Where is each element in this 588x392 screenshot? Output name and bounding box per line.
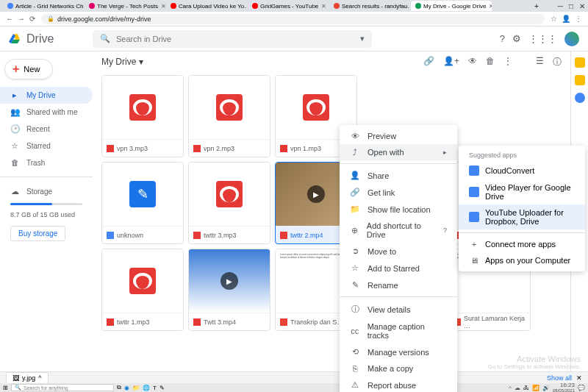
menu-item[interactable]: ⎘Make a copy — [340, 360, 457, 377]
menu-icon: 👁 — [350, 132, 360, 140]
tab-close-icon[interactable]: ✕ — [321, 3, 326, 10]
trash-icon[interactable]: 🗑 — [486, 56, 495, 68]
edge-icon[interactable]: ◉ — [124, 385, 129, 391]
sidebar-item[interactable]: 👥Shared with me — [0, 104, 93, 121]
sidebar-item[interactable]: 🕑Recent — [0, 121, 93, 138]
explorer-icon[interactable]: 📁 — [132, 385, 140, 391]
menu-item[interactable]: ⚠Report abuse — [340, 377, 457, 392]
settings-icon[interactable]: ⚙ — [512, 33, 521, 44]
start-button[interactable]: ⊞ — [3, 385, 8, 391]
tray-network-icon[interactable]: 🖧 — [523, 385, 529, 391]
sidebar-storage[interactable]: ☁ Storage — [0, 183, 93, 200]
browser-tab[interactable]: My Drive - Google Drive✕ — [411, 1, 492, 11]
share-icon[interactable]: 🔗 — [423, 56, 434, 68]
tray-chevron-icon[interactable]: ^ — [509, 385, 512, 391]
drive-app-name: Drive — [26, 32, 54, 46]
menu-item[interactable]: ➲Move to — [340, 243, 457, 260]
info-icon[interactable]: ⓘ — [553, 56, 562, 68]
search-options-icon[interactable]: ▾ — [360, 34, 365, 43]
tab-favicon — [334, 3, 340, 9]
menu-item[interactable]: ✎Rename — [340, 277, 457, 293]
browser-tab[interactable]: Article - Grid Networks Ch…✕ — [3, 1, 84, 11]
search-bar[interactable]: 🔍 ▾ — [93, 30, 372, 48]
profile-icon[interactable]: 👤 — [562, 15, 570, 23]
menu-item[interactable]: ⟲Manage versions — [340, 343, 457, 360]
browser-tab[interactable]: GridGames - YouTube✕ — [248, 1, 329, 11]
sidebar-item[interactable]: ☆Starred — [0, 138, 93, 154]
menu-item[interactable]: ⊕Add shortcut to Drive? — [340, 218, 457, 243]
tray-wifi-icon[interactable]: 📶 — [532, 385, 539, 391]
taskbar-search[interactable]: 🔍 Search for anything — [11, 384, 114, 391]
audio-icon — [303, 94, 329, 121]
file-type-icon — [193, 145, 201, 152]
url-field[interactable]: 🔒 drive.google.com/drive/my-drive — [41, 14, 545, 24]
file-card[interactable]: vpn 2.mp3 — [188, 75, 270, 157]
tab-close-icon[interactable]: ✕ — [161, 3, 165, 10]
close-icon[interactable]: ✕ — [576, 374, 582, 382]
file-name: twttr 1.mp3 — [117, 318, 150, 326]
browser-tab[interactable]: Search results - randyfau…✕ — [329, 1, 410, 11]
new-button[interactable]: + New — [4, 59, 53, 79]
extensions-icon[interactable]: ☆ — [551, 15, 557, 23]
submenu-app[interactable]: Video Player for Google Drive — [459, 179, 585, 204]
menu-icon: 🔗 — [350, 188, 360, 197]
search-input[interactable] — [116, 35, 360, 43]
add-user-icon[interactable]: 👤+ — [443, 56, 459, 68]
preview-icon[interactable]: 👁 — [468, 56, 477, 68]
task-view-icon[interactable]: ⧉ — [117, 384, 121, 391]
app-icon-2[interactable]: ✎ — [159, 385, 165, 391]
menu-item[interactable]: 👤Share — [340, 167, 457, 184]
file-card[interactable]: twttr 3.mp3 — [188, 162, 270, 244]
submenu-footer-item[interactable]: 🖥Apps on your Computer — [459, 252, 585, 268]
tray-volume-icon[interactable]: 🔊 — [542, 385, 550, 391]
nav-forward-icon[interactable]: → — [18, 15, 25, 23]
menu-item[interactable]: 📁Show file location — [340, 201, 457, 218]
buy-storage-button[interactable]: Buy storage — [10, 226, 65, 241]
show-all-link[interactable]: Show all — [547, 374, 572, 382]
drive-logo[interactable]: Drive — [9, 32, 93, 46]
menu-item[interactable]: ⤴Open with▸ — [340, 144, 457, 160]
file-card[interactable]: ✎unknown — [101, 162, 184, 244]
tasks-icon[interactable] — [575, 93, 585, 103]
window-maximize[interactable]: □ — [569, 2, 573, 10]
submenu-app[interactable]: CloudConvert — [459, 162, 585, 179]
tray-notifications-icon[interactable]: 💬 — [578, 385, 585, 391]
menu-item[interactable]: ⓘView details — [340, 300, 457, 318]
apps-icon[interactable]: ⋮⋮⋮ — [528, 33, 557, 44]
menu-item[interactable]: 👁Preview — [340, 128, 457, 144]
file-card[interactable]: ▶Twtt 3.mp4 — [188, 249, 270, 331]
browser-tab[interactable]: The Verge - Tech Posts✕ — [85, 1, 165, 11]
browser-menu-icon[interactable]: ⋮ — [575, 15, 582, 23]
help-icon[interactable]: ? — [443, 227, 447, 234]
calendar-icon[interactable] — [575, 57, 585, 68]
menu-item[interactable]: ☆Add to Starred — [340, 260, 457, 277]
sidebar-item[interactable]: ▸My Drive — [0, 87, 93, 104]
breadcrumb-label: My Drive — [101, 57, 136, 67]
keep-icon[interactable] — [575, 75, 585, 85]
tray-onedrive-icon[interactable]: ☁ — [514, 385, 520, 391]
sidebar-item[interactable]: 🗑Trash — [0, 154, 93, 171]
file-card[interactable]: vpn 3.mp3 — [101, 75, 184, 157]
download-bar: 🖼 y.jpg ^ Show all ✕ — [0, 371, 588, 383]
list-view-icon[interactable]: ☰ — [536, 56, 544, 68]
help-icon[interactable]: ? — [500, 33, 505, 44]
avatar[interactable] — [564, 32, 579, 46]
nav-reload-icon[interactable]: ⟳ — [29, 15, 35, 23]
nav-back-icon[interactable]: ← — [6, 15, 13, 23]
download-chip[interactable]: 🖼 y.jpg ^ — [6, 372, 49, 384]
window-close[interactable]: ✕ — [579, 2, 585, 10]
breadcrumb[interactable]: My Drive ▾ — [101, 57, 143, 67]
submenu-app[interactable]: YouTube Uploader for Dropbox, Drive — [459, 204, 585, 229]
browser-tab[interactable]: Cara Upload Video ke Yo…✕ — [166, 1, 247, 11]
window-minimize[interactable]: ─ — [558, 2, 563, 10]
chrome-icon[interactable]: 🌐 — [143, 385, 150, 391]
menu-item[interactable]: 🔗Get link — [340, 184, 457, 201]
more-icon[interactable]: ⋮ — [503, 56, 512, 68]
submenu-footer-item[interactable]: +Connect more apps — [459, 236, 585, 252]
app-icon[interactable]: T — [153, 385, 157, 391]
new-tab-button[interactable]: + — [534, 2, 539, 10]
file-card[interactable]: twttr 1.mp3 — [101, 249, 184, 331]
menu-label: Rename — [368, 281, 398, 290]
tab-close-icon[interactable]: ✕ — [489, 3, 492, 10]
menu-item[interactable]: ccManage caption tracks — [340, 318, 457, 343]
